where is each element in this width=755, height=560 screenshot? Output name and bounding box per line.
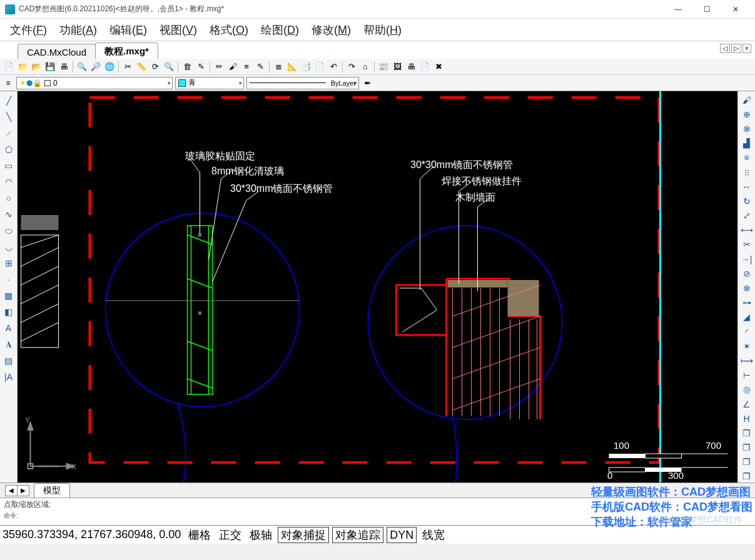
menu-h[interactable]: 帮助(H) — [357, 20, 408, 40]
status-toggle-极轴[interactable]: 极轴 — [247, 528, 275, 542]
menu-e[interactable]: 编辑(E) — [103, 20, 153, 40]
color-combo[interactable]: 青 ▾ — [175, 77, 244, 89]
modify-copy2-icon[interactable]: ❐ — [740, 442, 754, 454]
modify-join-icon[interactable]: ⊶ — [740, 297, 754, 309]
toolbar-btn-29[interactable]: ✖ — [432, 61, 445, 73]
toolbar-btn-0[interactable]: 📄 — [3, 61, 15, 73]
toolbar-btn-2[interactable]: 📂 — [30, 61, 43, 73]
draw-ellipse-icon[interactable]: ⬭ — [2, 224, 16, 238]
status-toggle-对象捕捉[interactable]: 对象捕捉 — [278, 527, 329, 543]
status-toggle-线宽[interactable]: 线宽 — [420, 528, 447, 542]
draw-region-icon[interactable]: ◧ — [2, 305, 16, 319]
modify-move-icon[interactable]: ↔ — [740, 181, 754, 192]
toolbar-btn-20[interactable]: 📑 — [300, 61, 312, 73]
draw-circle-icon[interactable]: ○ — [2, 191, 16, 205]
menu-m[interactable]: 修改(M) — [305, 20, 357, 40]
model-tab[interactable]: 模型 — [34, 483, 70, 498]
toolbar-btn-10[interactable]: ⟳ — [149, 61, 161, 73]
modify-copy4-icon[interactable]: ❐ — [740, 471, 754, 482]
modify-dim2-icon[interactable]: ⊢ — [740, 369, 754, 381]
toolbar-btn-14[interactable]: ✏ — [213, 61, 225, 73]
tab-close-button[interactable]: × — [742, 44, 751, 53]
draw-earc-icon[interactable]: ◡ — [2, 240, 16, 254]
modify-ang-icon[interactable]: ∠ — [740, 398, 754, 410]
toolbar-btn-3[interactable]: 💾 — [44, 61, 56, 73]
brush-icon[interactable]: ✒ — [364, 78, 372, 88]
command-area[interactable]: 点取缩放区域: 命令: 轻量级画图软件：CAD梦想画图 手机版CAD软件：CAD… — [0, 498, 755, 525]
draw-spline-icon[interactable]: ∿ — [2, 208, 16, 221]
draw-hatch-icon[interactable]: ▦ — [2, 289, 16, 302]
modify-mirror-icon[interactable]: ▟ — [740, 138, 754, 149]
modify-stretch-icon[interactable]: ⟷ — [740, 224, 754, 236]
modify-t1-icon[interactable]: ⊕ — [740, 108, 754, 120]
layout-prev-button[interactable]: ◀ — [5, 485, 18, 496]
toolbar-btn-23[interactable]: ↷ — [345, 61, 358, 73]
modify-scale-icon[interactable]: ⤢ — [740, 210, 754, 222]
draw-rect-icon[interactable]: ▭ — [2, 159, 16, 172]
draw-A-icon[interactable]: 𝐀 — [2, 338, 16, 351]
toolbar-btn-4[interactable]: 🖶 — [58, 61, 70, 73]
document-tab-1[interactable]: 教程.mxg* — [95, 42, 158, 59]
modify-brk2-icon[interactable]: ⊗ — [740, 282, 754, 294]
toolbar-btn-17[interactable]: ✎ — [254, 61, 266, 73]
menu-d[interactable]: 绘图(D) — [255, 20, 305, 40]
toolbar-btn-11[interactable]: 🔍 — [163, 61, 175, 73]
toolbar-btn-19[interactable]: 📐 — [286, 61, 298, 73]
layer-combo[interactable]: ☀⬢🔒 0 ▾ — [16, 77, 173, 89]
toolbar-btn-12[interactable]: 🗑 — [181, 61, 193, 73]
minimize-button[interactable]: — — [664, 0, 692, 19]
modify-dimH-icon[interactable]: H — [740, 412, 754, 424]
draw-text-icon[interactable]: A — [2, 321, 16, 335]
draw-line-icon[interactable]: ╱ — [2, 94, 16, 108]
close-button[interactable]: ✕ — [721, 0, 750, 19]
modify-brush-icon[interactable]: 🖌 — [740, 94, 754, 106]
modify-break-icon[interactable]: ⊘ — [740, 268, 754, 279]
draw-ins-icon[interactable]: ⊞ — [2, 256, 16, 270]
maximize-button[interactable]: ☐ — [692, 0, 721, 19]
toolbar-btn-26[interactable]: 🖼 — [391, 61, 403, 73]
draw-polygon-icon[interactable]: ⬠ — [2, 142, 16, 156]
status-toggle-对象追踪[interactable]: 对象追踪 — [332, 527, 383, 543]
menu-o[interactable]: 格式(O) — [203, 20, 255, 40]
status-toggle-正交[interactable]: 正交 — [216, 528, 244, 542]
status-toggle-栅格[interactable]: 栅格 — [186, 528, 213, 542]
modify-trim-icon[interactable]: ✂ — [740, 239, 754, 251]
toolbar-btn-21[interactable]: 📄 — [313, 61, 326, 73]
toolbar-btn-8[interactable]: ✂ — [121, 61, 134, 73]
toolbar-btn-25[interactable]: 📰 — [377, 61, 390, 73]
draw-mtext-icon[interactable]: |A — [2, 370, 16, 384]
modify-dim-icon[interactable]: ⟼ — [740, 354, 754, 366]
draw-xline-icon[interactable]: ╲ — [2, 110, 16, 124]
tab-prev-button[interactable]: ◁ — [720, 44, 730, 53]
document-tab-0[interactable]: CAD.MxCloud — [18, 44, 96, 59]
toolbar-btn-16[interactable]: ≡ — [240, 61, 253, 73]
modify-chamfer-icon[interactable]: ◢ — [740, 311, 754, 323]
toolbar-btn-6[interactable]: 🔎 — [89, 61, 102, 73]
toolbar-btn-18[interactable]: ≣ — [272, 61, 285, 73]
linetype-combo[interactable]: ByLayer ▾ — [246, 77, 359, 89]
modify-extend-icon[interactable]: →| — [740, 253, 754, 265]
toolbar-btn-1[interactable]: 📁 — [16, 61, 29, 73]
status-toggle-DYN[interactable]: DYN — [387, 527, 417, 543]
toolbar-btn-22[interactable]: ↶ — [327, 61, 340, 73]
toolbar-btn-24[interactable]: ⌂ — [359, 61, 372, 73]
tab-next-button[interactable]: ▷ — [731, 44, 741, 53]
menu-v[interactable]: 视图(V) — [153, 20, 203, 40]
modify-t2-icon[interactable]: ⊗ — [740, 122, 754, 134]
draw-point-icon[interactable]: · — [2, 272, 16, 286]
toolbar-btn-9[interactable]: 📏 — [135, 61, 148, 73]
modify-explode-icon[interactable]: ✶ — [740, 340, 754, 352]
modify-array-icon[interactable]: ⁝⁝ — [740, 166, 754, 178]
draw-arc-icon[interactable]: ◠ — [2, 175, 16, 189]
draw-pline-icon[interactable]: ⟋ — [2, 126, 16, 140]
menu-f[interactable]: 文件(F) — [4, 20, 53, 40]
toolbar-btn-15[interactable]: 🖌 — [226, 61, 239, 73]
modify-copy1-icon[interactable]: ❐ — [740, 427, 754, 439]
draw-table-icon[interactable]: ▤ — [2, 354, 16, 368]
toolbar-btn-7[interactable]: 🌐 — [103, 61, 116, 73]
toolbar-btn-28[interactable]: 📄 — [418, 61, 431, 73]
modify-copy3-icon[interactable]: ❐ — [740, 456, 754, 468]
modify-offset-icon[interactable]: ≡ — [740, 152, 754, 164]
toolbar-btn-5[interactable]: 🔍 — [76, 61, 88, 73]
modify-dim3-icon[interactable]: ◎ — [740, 384, 754, 396]
